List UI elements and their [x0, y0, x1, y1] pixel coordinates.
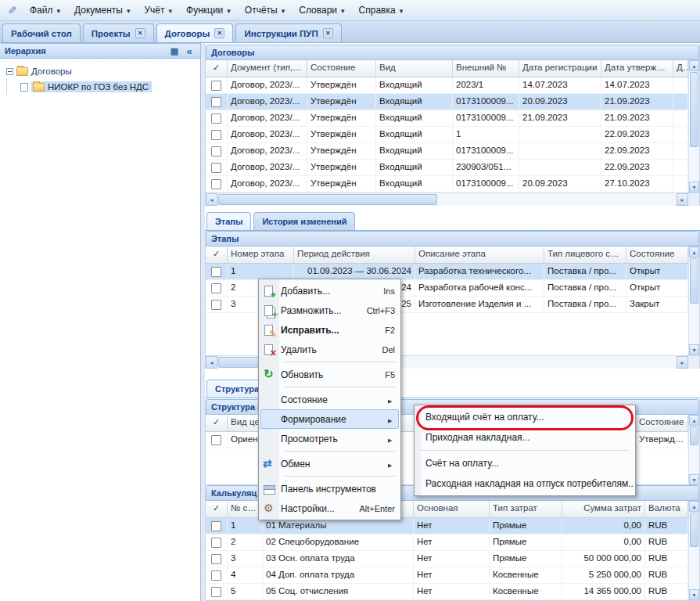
column-state[interactable]: Состояние	[307, 60, 376, 77]
column-state[interactable]: Состояние	[636, 415, 688, 431]
submenu-item-incoming-invoice[interactable]: Входящий счёт на оплату...	[416, 407, 634, 427]
row-checkbox[interactable]	[211, 81, 221, 91]
menu-file[interactable]: Файл	[23, 2, 66, 19]
scroll-down-icon[interactable]: ▾	[689, 344, 699, 355]
menu-item-settings[interactable]: Настройки...Alt+Enter	[260, 498, 399, 518]
close-icon[interactable]	[323, 28, 333, 38]
vertical-scrollbar[interactable]: ▴ ▾	[688, 415, 699, 485]
scrollbar-thumb[interactable]	[690, 513, 698, 547]
scroll-down-icon[interactable]: ▾	[689, 589, 699, 600]
menu-accounting[interactable]: Учёт	[138, 2, 178, 19]
row-checkbox[interactable]	[211, 538, 221, 548]
close-icon[interactable]	[135, 28, 145, 38]
table-row-selected[interactable]: Договор, 2023/...УтверждёнВходящий017310…	[206, 94, 688, 110]
table-row[interactable]: Договор, 2023/...УтверждёнВходящий2023/1…	[206, 77, 688, 94]
scroll-up-icon[interactable]: ▴	[689, 247, 699, 257]
row-checkbox[interactable]	[211, 435, 221, 445]
table-row[interactable]: Договор, 2023/...УтверждёнВходящий017310…	[206, 110, 688, 127]
menu-item-edit[interactable]: Исправить...F2	[260, 320, 399, 340]
tab-change-history[interactable]: История изменений	[253, 212, 355, 230]
column-check[interactable]: ✓	[206, 501, 228, 517]
menu-documents[interactable]: Документы	[68, 2, 136, 19]
column-state[interactable]: Состояние	[626, 247, 688, 263]
menu-functions[interactable]: Функции	[180, 2, 237, 19]
scroll-up-icon[interactable]: ▴	[689, 60, 699, 71]
row-checkbox[interactable]	[211, 113, 221, 124]
row-checkbox[interactable]	[211, 97, 221, 107]
scrollbar-thumb[interactable]	[690, 72, 698, 147]
menu-item-state[interactable]: Состояние	[260, 390, 399, 409]
table-row[interactable]: 303 Осн. оплата трудаНетПрямые50 000 000…	[206, 551, 688, 567]
column-reg-date[interactable]: Дата регистрации	[519, 60, 601, 77]
column-period[interactable]: Период действия	[294, 247, 415, 263]
row-checkbox[interactable]	[211, 179, 221, 189]
tree-node-contracts[interactable]: Договоры	[3, 63, 197, 79]
menu-dictionaries[interactable]: Словари	[293, 2, 350, 19]
menu-item-refresh[interactable]: ОбновитьF5	[260, 365, 399, 384]
menu-item-exchange[interactable]: Обмен	[260, 454, 399, 473]
menu-item-view[interactable]: Просмотреть	[260, 429, 399, 448]
row-checkbox[interactable]	[211, 163, 221, 173]
menu-reports[interactable]: Отчёты	[239, 2, 291, 19]
column-date-more[interactable]: Дата	[673, 60, 688, 77]
row-checkbox[interactable]	[211, 283, 221, 293]
row-checkbox[interactable]	[211, 554, 221, 564]
horizontal-scrollbar[interactable]: ◂ ▸	[206, 193, 699, 206]
vertical-scrollbar[interactable]: ▴ ▾	[688, 501, 699, 600]
tab-stages[interactable]: Этапы	[206, 212, 251, 230]
row-checkbox[interactable]	[211, 570, 221, 581]
row-checkbox[interactable]	[211, 267, 221, 277]
scroll-right-icon[interactable]: ▸	[677, 356, 688, 369]
table-row[interactable]: Договор, 2023/...УтверждёнВходящий017310…	[206, 143, 688, 160]
table-row[interactable]: Договор, 2023/...УтверждёнВходящий122.09…	[206, 127, 688, 143]
menu-help[interactable]: Справка	[353, 2, 410, 19]
menu-item-formation[interactable]: Формирование	[260, 409, 399, 429]
column-check[interactable]: ✓	[206, 247, 228, 263]
scroll-down-icon[interactable]: ▾	[689, 474, 699, 485]
column-check[interactable]: ✓	[206, 415, 228, 431]
scroll-left-icon[interactable]: ◂	[206, 193, 217, 206]
collapse-panel-icon[interactable]	[183, 45, 196, 57]
grid-view-icon[interactable]	[168, 45, 181, 57]
vertical-scrollbar[interactable]: ▴ ▾	[688, 247, 699, 355]
submenu-item-receipt-note[interactable]: Приходная накладная...	[416, 427, 634, 448]
collapse-node-icon[interactable]	[6, 68, 13, 75]
tab-desktop[interactable]: Рабочий стол	[2, 23, 81, 42]
menu-item-delete[interactable]: УдалитьDel	[260, 340, 399, 359]
tab-contracts[interactable]: Договоры	[156, 23, 234, 42]
tab-instructions[interactable]: Инструкции ПУП	[235, 23, 341, 42]
submenu-item-invoice[interactable]: Счёт на оплату...	[416, 453, 634, 473]
scrollbar-thumb[interactable]	[690, 426, 698, 445]
table-row-selected[interactable]: 101 МатериалыНетПрямые0,00RUB	[206, 518, 688, 534]
column-ext-no[interactable]: Внешний №	[453, 60, 519, 77]
scroll-left-icon[interactable]: ◂	[206, 356, 217, 369]
column-check[interactable]: ✓	[206, 60, 228, 77]
table-row[interactable]: 505 Соц. отчисленияНетКосвенные14 365 00…	[206, 584, 688, 600]
tree-node-niokr[interactable]: НИОКР по ГОЗ без НДС	[3, 79, 197, 95]
close-icon[interactable]	[214, 28, 224, 38]
scrollbar-thumb[interactable]	[218, 194, 437, 205]
column-account-type[interactable]: Тип лицевого счёт	[544, 247, 626, 263]
row-checkbox[interactable]	[211, 146, 221, 157]
menu-item-add[interactable]: Добавить...Ins	[260, 281, 399, 300]
column-base[interactable]: Основная	[414, 501, 490, 517]
row-checkbox[interactable]	[211, 521, 221, 531]
row-checkbox[interactable]	[211, 300, 221, 310]
vertical-scrollbar[interactable]: ▴ ▾	[688, 60, 699, 193]
table-row[interactable]: Договор, 2023/...УтверждёнВходящий017310…	[206, 176, 688, 193]
scrollbar-thumb[interactable]	[690, 258, 698, 304]
row-checkbox[interactable]	[211, 130, 221, 140]
submenu-item-dispatch-note[interactable]: Расходная накладная на отпуск потребител…	[416, 473, 634, 494]
column-cost-type[interactable]: Тип затрат	[490, 501, 562, 517]
column-descr[interactable]: Описание этапа	[415, 247, 544, 263]
scroll-up-icon[interactable]: ▴	[689, 501, 699, 512]
scroll-down-icon[interactable]: ▾	[689, 182, 699, 193]
column-currency[interactable]: Валюта	[645, 501, 688, 517]
table-row[interactable]: 202 СпецоборудованиеНетПрямые0,00RUB	[206, 534, 688, 551]
column-kind[interactable]: Вид	[376, 60, 453, 77]
column-appr-date[interactable]: Дата утверждения	[601, 60, 673, 77]
column-stage-num[interactable]: Номер этапа	[228, 247, 294, 263]
row-checkbox[interactable]	[211, 587, 221, 597]
table-row[interactable]: 404 Доп. оплата трудаНетКосвенные5 250 0…	[206, 567, 688, 584]
menu-item-duplicate[interactable]: Размножить...Ctrl+F3	[260, 300, 399, 320]
